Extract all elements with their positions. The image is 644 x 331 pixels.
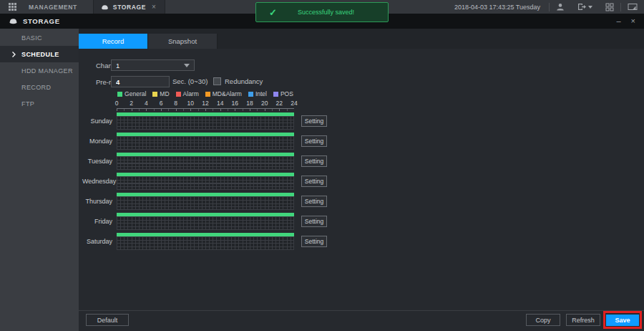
setting-button-monday[interactable]: Setting xyxy=(301,135,327,147)
setting-button-saturday[interactable]: Setting xyxy=(301,236,327,247)
save-highlight-box: Save xyxy=(603,311,642,329)
tab-storage[interactable]: STORAGE × xyxy=(93,0,165,14)
app-window: MANAGEMENT STORAGE × 2018-04-03 17:43:25… xyxy=(0,0,644,331)
timeline-grid xyxy=(117,216,294,230)
sidebar-item-label: RECORD xyxy=(21,84,51,91)
mdalarm-swatch xyxy=(205,92,210,97)
setting-button-wednesday[interactable]: Setting xyxy=(301,176,327,187)
toast-success: ✓ Successfully saved! xyxy=(255,2,389,22)
tab-record[interactable]: Record xyxy=(79,34,148,49)
refresh-button[interactable]: Refresh xyxy=(566,314,600,326)
save-button[interactable]: Save xyxy=(606,315,639,326)
setting-button-sunday[interactable]: Setting xyxy=(301,115,327,127)
day-label: Wednesday xyxy=(82,178,112,185)
timeline-grid xyxy=(117,136,294,150)
sidebar-item-record[interactable]: RECORD xyxy=(0,79,79,95)
user-account-button[interactable] xyxy=(550,0,571,14)
storage-disk-icon xyxy=(9,18,18,24)
live-preview-button[interactable] xyxy=(621,0,644,14)
pos-swatch xyxy=(273,92,278,97)
schedule-row-friday: Friday Setting xyxy=(82,213,327,230)
timeline-sunday[interactable] xyxy=(117,112,294,130)
legend-item-alarm: Alarm xyxy=(176,90,199,97)
sidebar-item-schedule[interactable]: SCHEDULE xyxy=(0,46,79,62)
logout-button[interactable] xyxy=(571,0,599,14)
system-datetime: 2018-04-03 17:43:25 Tuesday xyxy=(454,4,549,11)
dropdown-arrow-icon xyxy=(184,64,190,67)
close-icon[interactable]: × xyxy=(631,17,635,25)
copy-button[interactable]: Copy xyxy=(526,314,560,326)
tab-management[interactable]: MANAGEMENT xyxy=(24,0,93,14)
hour-axis-ticks xyxy=(117,108,294,111)
timeline-thursday[interactable] xyxy=(117,193,294,210)
schedule-row-thursday: Thursday Setting xyxy=(82,193,327,210)
day-label: Sunday xyxy=(82,117,112,125)
sidebar-item-label: FTP xyxy=(21,100,34,107)
storage-disk-icon xyxy=(101,4,109,10)
timeline-saturday[interactable] xyxy=(117,233,294,250)
window-grid-icon xyxy=(605,3,614,11)
tab-close-icon[interactable]: × xyxy=(150,3,157,11)
tab-snapshot[interactable]: Snapshot xyxy=(148,34,218,49)
sidebar-item-hdd-manager[interactable]: HDD MANAGER xyxy=(0,62,79,79)
day-label: Monday xyxy=(82,138,112,145)
timeline-grid xyxy=(117,176,294,190)
timeline-friday[interactable] xyxy=(117,213,294,230)
sidebar-item-label: BASIC xyxy=(21,34,42,42)
day-label: Friday xyxy=(82,218,112,225)
setting-button-tuesday[interactable]: Setting xyxy=(301,155,327,167)
user-icon xyxy=(556,3,565,11)
sidebar-item-basic[interactable]: BASIC xyxy=(0,29,79,46)
sidebar: BASIC SCHEDULE HDD MANAGER RECORD FTP xyxy=(0,29,79,331)
schedule-row-tuesday: Tuesday Setting xyxy=(82,153,327,170)
apps-grid-icon xyxy=(9,3,16,11)
day-label: Tuesday xyxy=(82,158,112,165)
timeline-grid xyxy=(117,156,294,170)
management-tab-label: MANAGEMENT xyxy=(29,4,77,11)
view-grid-button[interactable] xyxy=(599,0,620,14)
schedule-row-saturday: Saturday Setting xyxy=(82,233,327,250)
timeline-tuesday[interactable] xyxy=(117,153,294,170)
monitor-icon xyxy=(628,3,638,11)
check-icon: ✓ xyxy=(269,7,277,18)
schedule-row-wednesday: Wednesday Setting xyxy=(82,173,327,190)
redundancy-label: Redundancy xyxy=(225,76,263,87)
day-label: Thursday xyxy=(82,198,112,205)
legend-item-general: General xyxy=(117,90,146,97)
legend-item-md: MD xyxy=(152,90,169,97)
chevron-down-icon xyxy=(588,6,592,9)
footer-divider xyxy=(79,310,644,311)
record-type-legend: General MD Alarm MD&Alarm Intel POS xyxy=(117,90,294,97)
legend-item-pos: POS xyxy=(273,90,293,97)
default-button[interactable]: Default xyxy=(86,314,129,326)
timeline-monday[interactable] xyxy=(117,133,294,150)
timeline-grid xyxy=(117,116,294,130)
sidebar-item-label: HDD MANAGER xyxy=(21,67,73,75)
md-swatch xyxy=(152,92,157,97)
chevron-right-icon xyxy=(12,52,16,57)
redundancy-checkbox[interactable] xyxy=(213,77,221,85)
prerecord-input[interactable] xyxy=(111,76,170,87)
toast-message: Successfully saved! xyxy=(277,9,388,16)
minimize-icon[interactable]: – xyxy=(616,17,620,25)
intel-swatch xyxy=(248,92,253,97)
apps-menu-button[interactable] xyxy=(0,0,24,14)
schedule-row-sunday: Sunday Setting xyxy=(82,112,327,130)
legend-item-intel: Intel xyxy=(248,90,267,97)
logout-icon xyxy=(577,3,586,11)
page-title: STORAGE xyxy=(23,17,60,25)
channel-value: 1 xyxy=(116,62,119,69)
tab-bar: Record Snapshot xyxy=(79,29,644,49)
legend-item-mdalarm: MD&Alarm xyxy=(205,90,242,97)
setting-button-thursday[interactable]: Setting xyxy=(301,196,327,207)
schedule-grid: Sunday Setting Monday Setting Tuesday xyxy=(82,112,327,253)
sidebar-item-label: SCHEDULE xyxy=(21,51,59,58)
setting-button-friday[interactable]: Setting xyxy=(301,216,327,227)
sidebar-item-ftp[interactable]: FTP xyxy=(0,95,79,112)
alarm-swatch xyxy=(176,92,181,97)
timeline-grid xyxy=(117,236,294,250)
hour-axis: 0 2 4 6 8 10 12 14 16 18 20 22 24 xyxy=(117,100,294,107)
timeline-wednesday[interactable] xyxy=(117,173,294,190)
channel-select[interactable]: 1 xyxy=(111,59,195,71)
timeline-grid xyxy=(117,196,294,210)
